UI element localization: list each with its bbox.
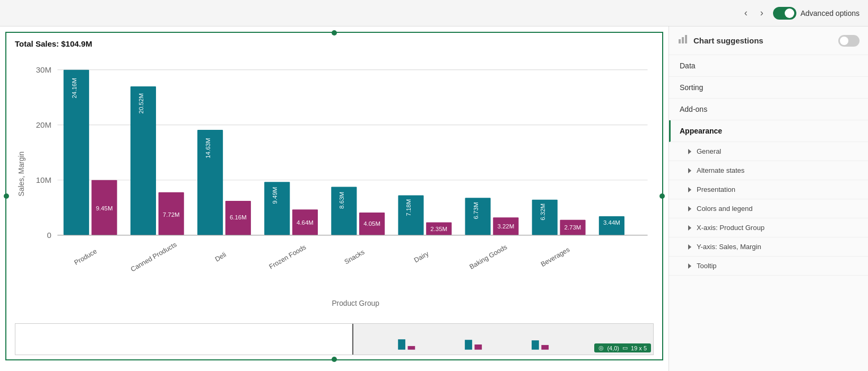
svg-text:Product Group: Product Group: [332, 299, 379, 307]
svg-text:7.72M: 7.72M: [163, 211, 180, 218]
status-size: 19 x 5: [631, 345, 647, 351]
nav-sub-item-presentation-label: Presentation: [697, 186, 735, 193]
status-badge: ◎ (4,0) ▭ 19 x 5: [594, 343, 651, 352]
nav-item-appearance-label: Appearance: [680, 127, 722, 135]
svg-text:Dairy: Dairy: [413, 250, 430, 264]
nav-item-addons[interactable]: Add-ons: [669, 99, 868, 120]
svg-text:Baking Goods: Baking Goods: [468, 243, 509, 271]
chevron-presentation: [688, 187, 691, 192]
top-bar: ‹ › Advanced options: [0, 0, 868, 26]
nav-sub-item-general[interactable]: General: [669, 142, 868, 161]
svg-rect-64: [408, 346, 415, 349]
svg-rect-67: [532, 340, 539, 350]
svg-text:Beverages: Beverages: [540, 246, 571, 269]
svg-text:20M: 20M: [36, 120, 51, 129]
nav-sub-item-colors-legend-label: Colors and legend: [697, 205, 753, 213]
chevron-x-axis: [688, 225, 691, 231]
svg-text:8.63M: 8.63M: [338, 192, 345, 209]
chart-overview[interactable]: ◎ (4,0) ▭ 19 x 5: [15, 323, 654, 355]
svg-rect-68: [541, 344, 549, 349]
nav-item-addons-label: Add-ons: [680, 105, 707, 113]
svg-text:Sales, Margin: Sales, Margin: [17, 152, 25, 197]
chart-icon: [678, 34, 688, 47]
svg-text:0: 0: [47, 231, 51, 240]
chevron-y-axis: [688, 244, 691, 250]
status-coords: (4,0): [607, 345, 619, 351]
svg-text:7.18M: 7.18M: [406, 199, 412, 216]
svg-text:9.49M: 9.49M: [272, 187, 278, 204]
nav-item-data[interactable]: Data: [669, 55, 868, 77]
nav-sub-item-presentation[interactable]: Presentation: [669, 180, 868, 199]
nav-sub-item-alternate-states[interactable]: Alternate states: [669, 161, 868, 180]
handle-top[interactable]: [332, 30, 337, 36]
chart-inner: Total Sales: $104.9M 30M 20M 10M 0: [6, 33, 662, 359]
nav-sub-item-x-axis[interactable]: X-axis: Product Group: [669, 218, 868, 237]
svg-rect-71: [682, 37, 684, 43]
chart-svg: 30M 20M 10M 0 Sales, Margin 24.16M 9.45M: [15, 51, 654, 321]
handle-bottom[interactable]: [332, 357, 337, 362]
main-content: Total Sales: $104.9M 30M 20M 10M 0: [0, 26, 868, 371]
chart-svg-container: 30M 20M 10M 0 Sales, Margin 24.16M 9.45M: [15, 51, 654, 321]
panel-header: Chart suggestions: [669, 26, 868, 55]
svg-text:14.63M: 14.63M: [205, 138, 211, 158]
overview-selected-region: [15, 324, 353, 355]
svg-rect-63: [398, 339, 405, 349]
svg-text:6.16M: 6.16M: [230, 214, 247, 220]
svg-text:Produce: Produce: [73, 248, 98, 267]
svg-text:Frozen Foods: Frozen Foods: [268, 243, 307, 270]
svg-text:9.45M: 9.45M: [96, 205, 113, 211]
handle-left[interactable]: [4, 193, 9, 199]
svg-text:3.44M: 3.44M: [603, 219, 620, 226]
chart-suggestions-toggle[interactable]: [838, 35, 860, 47]
svg-rect-66: [474, 344, 482, 350]
svg-text:6.73M: 6.73M: [473, 202, 479, 219]
svg-rect-72: [685, 35, 687, 43]
panel-header-left: Chart suggestions: [678, 34, 763, 47]
svg-text:24.16M: 24.16M: [71, 78, 77, 99]
svg-text:Deli: Deli: [214, 251, 228, 263]
svg-text:30M: 30M: [36, 65, 51, 74]
chart-area: Total Sales: $104.9M 30M 20M 10M 0: [0, 26, 669, 371]
nav-sub-item-alternate-states-label: Alternate states: [697, 166, 744, 174]
svg-text:4.05M: 4.05M: [363, 220, 380, 227]
svg-text:Snacks: Snacks: [343, 248, 366, 266]
svg-text:3.22M: 3.22M: [497, 223, 514, 229]
chevron-alternate-states: [688, 168, 691, 173]
status-size-icon: ▭: [622, 344, 628, 351]
nav-item-appearance[interactable]: Appearance: [669, 120, 868, 142]
nav-sub-item-colors-legend[interactable]: Colors and legend: [669, 199, 868, 218]
svg-text:2.35M: 2.35M: [430, 226, 447, 232]
nav-sub-item-tooltip[interactable]: Tooltip: [669, 257, 868, 276]
svg-text:4.64M: 4.64M: [297, 219, 314, 226]
next-button[interactable]: ›: [757, 6, 767, 20]
right-panel: Chart suggestions Data Sorting Add-ons A…: [669, 26, 868, 371]
svg-rect-70: [679, 39, 681, 43]
svg-text:2.73M: 2.73M: [565, 224, 581, 231]
nav-section: Data Sorting Add-ons Appearance General …: [669, 55, 868, 276]
chevron-general: [688, 149, 691, 154]
advanced-options-toggle-container: Advanced options: [773, 7, 860, 20]
nav-item-data-label: Data: [680, 61, 696, 70]
nav-sub-item-y-axis-label: Y-axis: Sales, Margin: [697, 243, 761, 251]
advanced-options-label: Advanced options: [801, 9, 860, 17]
svg-text:10M: 10M: [36, 175, 51, 184]
nav-sub-item-y-axis[interactable]: Y-axis: Sales, Margin: [669, 237, 868, 257]
nav-sub-item-tooltip-label: Tooltip: [697, 262, 717, 270]
nav-sub-item-general-label: General: [697, 147, 721, 155]
prev-button[interactable]: ‹: [741, 6, 751, 20]
chevron-tooltip: [688, 263, 691, 269]
panel-title: Chart suggestions: [693, 36, 763, 45]
chart-title: Total Sales: $104.9M: [15, 39, 654, 48]
chart-border: Total Sales: $104.9M 30M 20M 10M 0: [5, 32, 663, 360]
chevron-colors-legend: [688, 206, 691, 211]
advanced-options-toggle[interactable]: [773, 7, 796, 20]
nav-item-sorting-label: Sorting: [680, 83, 703, 92]
status-coords-icon: ◎: [598, 344, 604, 351]
svg-rect-65: [465, 340, 472, 350]
svg-text:6.32M: 6.32M: [540, 204, 546, 220]
handle-right[interactable]: [659, 193, 665, 199]
nav-sub-item-x-axis-label: X-axis: Product Group: [697, 224, 765, 232]
nav-item-sorting[interactable]: Sorting: [669, 77, 868, 99]
svg-text:Canned Products: Canned Products: [129, 241, 178, 273]
svg-text:20.52M: 20.52M: [138, 93, 144, 114]
